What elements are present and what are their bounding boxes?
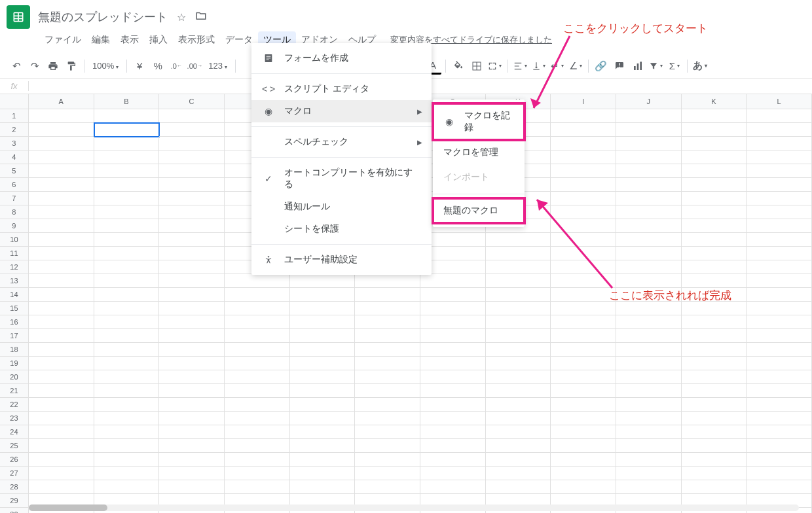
cell[interactable]	[94, 150, 160, 164]
cell[interactable]	[616, 453, 682, 467]
cell[interactable]	[682, 274, 747, 288]
cell[interactable]	[616, 467, 682, 480]
cell[interactable]	[682, 260, 747, 274]
row-header[interactable]: 25	[0, 439, 29, 453]
cell[interactable]	[94, 288, 160, 302]
cell[interactable]	[486, 398, 551, 412]
menu-untitled-macro[interactable]: 無題のマクロ	[433, 198, 525, 223]
cell[interactable]	[355, 439, 420, 453]
cell[interactable]	[29, 370, 94, 384]
star-icon[interactable]: ☆	[177, 11, 186, 24]
cell[interactable]	[486, 384, 551, 398]
cell[interactable]	[682, 425, 747, 439]
row-header[interactable]: 14	[0, 288, 29, 302]
cell[interactable]	[355, 329, 420, 343]
cell[interactable]	[616, 398, 682, 412]
cell[interactable]	[94, 164, 160, 178]
input-method-icon[interactable]: あ	[692, 58, 709, 75]
cell[interactable]	[225, 439, 290, 453]
cell[interactable]	[616, 302, 682, 315]
row-header[interactable]: 11	[0, 247, 29, 260]
chart-icon[interactable]	[629, 58, 646, 75]
cell[interactable]	[290, 274, 356, 288]
cell[interactable]	[616, 233, 682, 247]
cell[interactable]	[682, 192, 747, 205]
cell[interactable]	[94, 109, 160, 123]
cell[interactable]	[682, 219, 747, 233]
cell[interactable]	[616, 178, 682, 192]
cell[interactable]	[29, 233, 94, 247]
cell[interactable]	[94, 384, 160, 398]
zoom-select[interactable]: 100%	[88, 61, 122, 71]
cell[interactable]	[159, 260, 225, 274]
sheets-logo[interactable]	[7, 5, 30, 29]
cell[interactable]	[616, 412, 682, 425]
cell[interactable]	[29, 453, 94, 467]
cell[interactable]	[29, 247, 94, 260]
row-header[interactable]: 30	[0, 508, 29, 513]
cell[interactable]	[616, 274, 682, 288]
cell[interactable]	[616, 123, 682, 137]
cell[interactable]	[551, 329, 616, 343]
cell[interactable]	[159, 123, 225, 137]
cell[interactable]	[355, 315, 420, 329]
cell[interactable]	[682, 315, 747, 329]
percent-icon[interactable]: %	[149, 58, 166, 75]
cell[interactable]	[420, 412, 486, 425]
col-header[interactable]: K	[682, 94, 747, 109]
cell[interactable]	[159, 315, 225, 329]
cell[interactable]	[616, 329, 682, 343]
cell[interactable]	[420, 453, 486, 467]
cell[interactable]	[290, 315, 356, 329]
filter-icon[interactable]	[648, 58, 665, 75]
cell[interactable]	[682, 453, 747, 467]
cell[interactable]	[616, 480, 682, 494]
cell[interactable]	[682, 384, 747, 398]
cell[interactable]	[159, 329, 225, 343]
cell[interactable]	[29, 384, 94, 398]
cell[interactable]	[159, 343, 225, 357]
cell[interactable]	[420, 343, 486, 357]
cell[interactable]	[616, 205, 682, 219]
cell[interactable]	[682, 205, 747, 219]
cell[interactable]	[747, 467, 812, 480]
cell[interactable]	[420, 302, 486, 315]
cell[interactable]	[94, 467, 160, 480]
cell[interactable]	[420, 480, 486, 494]
cell[interactable]	[94, 260, 160, 274]
cell[interactable]	[551, 425, 616, 439]
cell[interactable]	[94, 480, 160, 494]
row-header[interactable]: 27	[0, 467, 29, 480]
cell[interactable]	[486, 425, 551, 439]
cell[interactable]	[682, 123, 747, 137]
cell[interactable]	[551, 123, 616, 137]
cell[interactable]	[94, 439, 160, 453]
cell[interactable]	[420, 439, 486, 453]
cell[interactable]	[94, 357, 160, 370]
row-header[interactable]: 9	[0, 219, 29, 233]
cell[interactable]	[290, 329, 356, 343]
cell[interactable]	[747, 398, 812, 412]
row-header[interactable]: 10	[0, 233, 29, 247]
comment-icon[interactable]	[611, 58, 628, 75]
cell[interactable]	[682, 412, 747, 425]
cell[interactable]	[682, 398, 747, 412]
cell[interactable]	[225, 274, 290, 288]
cell[interactable]	[682, 439, 747, 453]
cell[interactable]	[159, 192, 225, 205]
row-header[interactable]: 4	[0, 150, 29, 164]
cell[interactable]	[747, 343, 812, 357]
cell[interactable]	[94, 329, 160, 343]
cell[interactable]	[225, 480, 290, 494]
cell[interactable]	[682, 480, 747, 494]
cell[interactable]	[225, 343, 290, 357]
cell[interactable]	[747, 480, 812, 494]
menu-view[interactable]: 表示	[115, 31, 144, 48]
cell[interactable]	[29, 164, 94, 178]
cell[interactable]	[355, 274, 420, 288]
cell[interactable]	[159, 150, 225, 164]
cell[interactable]	[747, 192, 812, 205]
cell[interactable]	[682, 178, 747, 192]
menu-macro[interactable]: ◉ マクロ ▶	[251, 100, 432, 122]
cell[interactable]	[682, 343, 747, 357]
